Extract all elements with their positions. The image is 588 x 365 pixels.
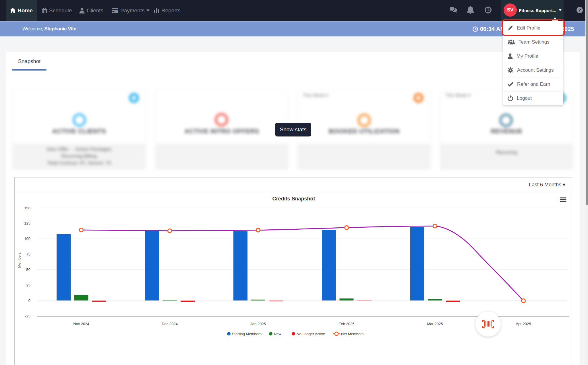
svg-text:Jan 2025: Jan 2025 [250,322,266,326]
svg-text:Starting Members: Starting Members [232,332,262,336]
svg-text:0: 0 [28,298,30,303]
svg-text:Feb 2025: Feb 2025 [339,322,355,326]
svg-text:Apr 2025: Apr 2025 [516,322,531,326]
svg-text:Mar 2025: Mar 2025 [427,322,443,326]
svg-text:Nov 2024: Nov 2024 [73,322,89,326]
svg-text:Dec 2024: Dec 2024 [162,322,178,326]
svg-text:Net Members: Net Members [341,332,364,336]
svg-text:New: New [274,332,282,336]
svg-text:125: 125 [24,221,30,225]
svg-text:-25: -25 [25,314,30,318]
svg-text:No Longer Active: No Longer Active [297,332,325,336]
svg-text:Credits Snapshot: Credits Snapshot [272,196,315,202]
svg-text:150: 150 [24,206,30,210]
svg-text:25: 25 [26,283,30,287]
svg-text:50: 50 [26,268,30,272]
svg-text:Members: Members [17,252,22,268]
svg-text:100: 100 [24,237,30,241]
svg-text:75: 75 [26,252,30,256]
